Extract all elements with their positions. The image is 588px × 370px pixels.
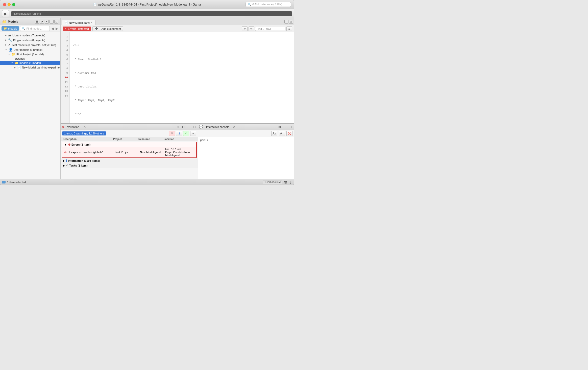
validation-panel-min-btn[interactable]: — — [187, 125, 191, 129]
error-count-badge: 1 error, 0 warnings, 1,199 others — [62, 131, 106, 135]
validation-close-icon[interactable]: ✕ — [83, 125, 86, 129]
sidebar-item-models-folder[interactable]: 📁 models (1 model) — [0, 61, 60, 65]
info-group-arrow-icon: ▶ — [63, 159, 65, 163]
filter-errors-btn[interactable]: ✕ — [169, 131, 175, 136]
simulation-status: No simulation running — [11, 11, 292, 16]
models-folder-button[interactable]: 📁 models — [2, 26, 19, 31]
plugin-icon: 🔧 — [8, 38, 12, 42]
validation-panel-tile-btn[interactable]: ⊞ — [176, 125, 180, 129]
add-experiment-button[interactable]: ➕ + Add experiment — [92, 26, 123, 31]
status-menu-icon[interactable]: ⋮ — [289, 180, 292, 184]
editor-area: 📄 New Model.gaml ✕ — □ ✕ Error(s) detect… — [61, 18, 294, 123]
information-group-header[interactable]: ▶ ℹ Information (1198 items) — [61, 158, 198, 163]
console-panel-min-btn[interactable]: — — [283, 125, 287, 129]
tab-interactive-console[interactable]: Interactive console — [204, 125, 231, 129]
editor-toolbar: ✕ Error(s) detected ➕ + Add experiment ⬅… — [61, 25, 294, 32]
error-group-icon: ⊗ — [68, 143, 70, 146]
models-search-toolbar: 📁 models 🔍 Find model... ◀ ▶ — [0, 25, 60, 32]
code-area: 1 2 3 4 5 6 7 8 9 10 11 12 13 — [61, 32, 294, 123]
sidebar-item-user[interactable]: 👤 User models (1 project) — [0, 47, 60, 52]
minus-btn[interactable]: - — [50, 20, 54, 24]
model-search-box[interactable]: 🔍 Find model... — [20, 26, 50, 31]
sidebar-item-first-project[interactable]: 📁 First Project (1 model) — [0, 52, 60, 57]
editor-maximize-btn[interactable]: □ — [289, 20, 293, 24]
editor-console-area: 📄 New Model.gaml ✕ — □ ✕ Error(s) detect… — [61, 18, 294, 179]
validation-tab-bar: ⊗ Validation ✕ ⊞ ⊟ — □ — [61, 124, 198, 130]
error-resource-cell: New Model.gaml — [140, 151, 165, 154]
add-btn[interactable]: + — [45, 20, 49, 24]
filter-info-btn[interactable]: ℹ — [176, 131, 182, 136]
col-description: Description — [63, 138, 113, 141]
console-panel-max-btn[interactable]: □ — [288, 125, 293, 129]
maximize-panel-btn[interactable]: □ — [54, 20, 58, 24]
back-btn[interactable]: ⬅ — [242, 26, 248, 31]
tab-new-model[interactable]: 📄 New Model.gaml ✕ — [62, 20, 95, 25]
trash-icon[interactable]: 🗑 — [284, 180, 287, 184]
code-content: /*** * Name: NewModel * Author: ben * De… — [70, 32, 294, 123]
tasks-group-icon: ✔ — [66, 164, 68, 167]
code-editor[interactable]: 1 2 3 4 5 6 7 8 9 10 11 12 13 — [61, 32, 294, 123]
close-tab-btn[interactable]: ✕ — [91, 21, 93, 24]
error-row-icon: ⊗ — [64, 150, 67, 154]
sidebar-item-includes[interactable]: includes — [0, 57, 60, 61]
main-content: 📁 Models ☰ ⟳ + - □ 📁 models 🔍 Find model — [0, 18, 294, 179]
arrow-icon — [11, 62, 13, 64]
folder-btn-icon: 📁 — [4, 27, 7, 30]
sidebar-item-new-model[interactable]: 📄 New Model.gaml (no experiment) — [0, 65, 60, 70]
library-icon: 🏛 — [8, 33, 11, 37]
run-button[interactable]: ▶ — [2, 10, 9, 17]
console-close-icon[interactable]: ✕ — [233, 125, 235, 129]
arrow-icon — [8, 53, 10, 56]
editor-minimize-btn[interactable]: — — [284, 20, 288, 24]
tab-validation[interactable]: Validation — [65, 125, 81, 129]
nav-forward-btn[interactable]: ▶ — [55, 27, 59, 31]
editor-nav-area: ⬅ ➡ Find... (⌘G) ≡ — [242, 26, 292, 31]
arrow-icon — [5, 49, 7, 51]
validation-table: Description Project Resource Location ▼ … — [61, 137, 198, 179]
close-button[interactable] — [3, 3, 6, 6]
collapse-all-btn[interactable]: ☰ — [35, 20, 39, 24]
forward-btn[interactable]: ➡ — [249, 26, 254, 31]
console-tab-bar: 💬 Interactive console ✕ ⊞ — □ — [198, 124, 294, 130]
error-project-cell: First Project — [115, 151, 140, 154]
editor-panel-controls: — □ — [284, 20, 293, 24]
window-title: 📄 wsGamaRel_1.8_334544454 - First Projec… — [93, 3, 201, 6]
code-line-2: * Name: NewModel — [73, 57, 291, 62]
sidebar-item-library[interactable]: 🏛 Library models (7 projects) — [0, 33, 60, 38]
titlebar: 📄 wsGamaRel_1.8_334544454 - First Projec… — [0, 0, 294, 9]
models-panel: 📁 Models ☰ ⟳ + - □ 📁 models 🔍 Find model — [0, 18, 61, 179]
validation-panel-pin-btn[interactable]: ⊟ — [181, 125, 186, 129]
sidebar-item-test[interactable]: ✔ Test models (8 projects, not yet run) — [0, 42, 60, 47]
user-icon: 👤 — [9, 48, 13, 52]
project-icon: 📁 — [12, 53, 15, 56]
nav-back-btn[interactable]: ◀ — [51, 27, 55, 31]
console-action-btn-1[interactable]: A↑ — [271, 131, 277, 136]
error-row-1[interactable]: ⊗ Unexpected symbol 'globals' First Proj… — [62, 147, 196, 157]
arrow-icon — [5, 34, 7, 36]
minimize-button[interactable] — [8, 3, 11, 6]
console-panel-tile-btn[interactable]: ⊞ — [277, 125, 282, 129]
code-line-5: * Tags: Tag1, Tag2, TagN — [73, 98, 291, 103]
validation-panel-max-btn[interactable]: □ — [192, 125, 197, 129]
errors-group-header[interactable]: ▼ ⊗ Errors (1 item) — [62, 142, 196, 147]
tasks-group-header[interactable]: ▶ ✔ Tasks (1 item) — [61, 163, 198, 168]
console-prompt: gaml> — [200, 139, 208, 142]
console-action-btn-2[interactable]: A↓ — [279, 131, 285, 136]
maximize-button[interactable] — [12, 3, 15, 6]
validation-error-icon: ⊗ — [62, 125, 64, 129]
error-description-cell: ⊗ Unexpected symbol 'globals' — [64, 150, 115, 154]
search-icon: 🔍 — [22, 27, 25, 30]
arrow-icon — [5, 39, 7, 41]
filter-check-btn[interactable]: ✓ — [183, 131, 189, 136]
search-icon: 🔍 — [248, 3, 251, 6]
sync-btn[interactable]: ⟳ — [40, 20, 44, 24]
filter-list-btn[interactable]: ≡ — [190, 131, 196, 136]
console-action-btn-3[interactable]: 🚫 — [286, 131, 292, 136]
console-toolbar: A↑ A↓ 🚫 — [198, 130, 294, 137]
find-box[interactable]: Find... (⌘G) — [255, 27, 285, 31]
models-folder-icon: 📁 — [2, 20, 6, 24]
info-group-icon: ℹ — [66, 159, 67, 163]
outline-btn[interactable]: ≡ — [286, 26, 292, 31]
gaml-reference-search[interactable]: 🔍 GAML reference (⇧⌘H) — [246, 2, 291, 7]
sidebar-item-plugin[interactable]: 🔧 Plugin models (8 projects) — [0, 38, 60, 42]
